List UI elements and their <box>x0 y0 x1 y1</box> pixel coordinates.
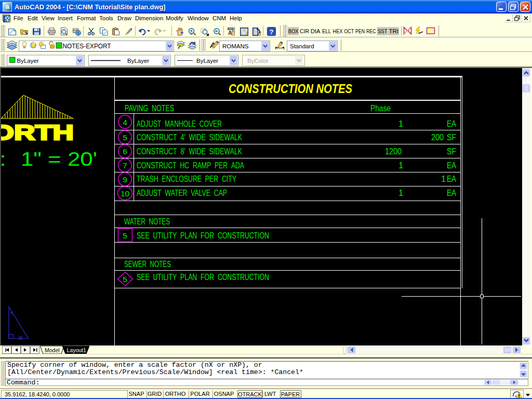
svg-text:5: 5 <box>123 275 127 284</box>
svg-text:ByLayer: ByLayer <box>196 58 218 64</box>
svg-text:CONSTRUCT 8' WIDE SIDEWALK: CONSTRUCT 8' WIDE SIDEWALK <box>137 147 242 156</box>
svg-text:ByColor: ByColor <box>247 58 269 64</box>
svg-text:10: 10 <box>121 189 130 198</box>
svg-text:TRI: TRI <box>389 28 399 34</box>
svg-text:BOX: BOX <box>288 28 299 34</box>
svg-text:SF: SF <box>447 132 456 142</box>
svg-text:E:: E: <box>1 149 6 170</box>
svg-text:?: ? <box>270 28 274 36</box>
svg-text:NOTES-EXPORT: NOTES-EXPORT <box>63 43 112 50</box>
svg-text:PEN: PEN <box>355 28 365 34</box>
svg-text:EA: EA <box>447 174 456 183</box>
svg-text:Layout1: Layout1 <box>67 347 87 353</box>
svg-text:EA: EA <box>447 188 456 197</box>
svg-text:ByLayer: ByLayer <box>127 58 149 64</box>
svg-text:OCT: OCT <box>344 28 354 34</box>
svg-text:Standard: Standard <box>290 43 314 49</box>
svg-text:SF: SF <box>447 147 456 156</box>
svg-text:ADJUST MANHOLE COVER: ADJUST MANHOLE COVER <box>137 119 222 128</box>
svg-text:6: 6 <box>123 147 127 156</box>
svg-text:1: 1 <box>398 161 403 170</box>
svg-text:9: 9 <box>123 175 127 184</box>
svg-text:EA: EA <box>447 161 456 170</box>
svg-text:1: 1 <box>441 174 446 183</box>
svg-text:ByLayer: ByLayer <box>17 58 39 64</box>
svg-text:Model: Model <box>45 347 60 353</box>
svg-text:ADJUST WATER VALVE CAP: ADJUST WATER VALVE CAP <box>137 188 227 197</box>
svg-text:7: 7 <box>123 161 127 170</box>
svg-text:Phase: Phase <box>370 103 391 113</box>
svg-text:EA: EA <box>447 119 456 128</box>
svg-text:5: 5 <box>123 133 127 142</box>
svg-text:HEX: HEX <box>333 28 343 34</box>
svg-text:SEE UTILITY PLAN FOR CONST: SEE UTILITY PLAN FOR CONSTRUCTION <box>137 272 269 282</box>
svg-text:1: 1 <box>398 188 403 197</box>
svg-text:PAVING NOTES: PAVING NOTES <box>125 103 174 113</box>
svg-text:CONSTRUCTION NOTES: CONSTRUCTION NOTES <box>229 82 352 96</box>
svg-text:ELL: ELL <box>322 28 331 34</box>
svg-text:CIR: CIR <box>300 28 309 34</box>
svg-text:1" = 20': 1" = 20' <box>21 149 97 170</box>
svg-text:CONSTRUCT HC RAMP PER ADA: CONSTRUCT HC RAMP PER ADA <box>137 161 244 170</box>
svg-text:DIA: DIA <box>311 28 321 34</box>
svg-text:TRASH ENCLOSURE PER CITY: TRASH ENCLOSURE PER CITY <box>137 174 236 183</box>
svg-text:1200: 1200 <box>385 147 402 156</box>
svg-text:NORTH: NORTH <box>1 121 74 144</box>
svg-text:REC: REC <box>366 28 376 34</box>
svg-text:4: 4 <box>123 118 127 127</box>
svg-text:5: 5 <box>123 231 127 240</box>
svg-text:CONSTRUCT 4' WIDE SIDEWALK: CONSTRUCT 4' WIDE SIDEWALK <box>137 132 242 142</box>
svg-text:200: 200 <box>431 132 444 142</box>
svg-text:ROMANS: ROMANS <box>222 43 249 49</box>
svg-text:1: 1 <box>398 119 403 128</box>
svg-text:A: A <box>228 30 232 36</box>
svg-text:SST: SST <box>378 28 388 34</box>
svg-text:SEWER NOTES: SEWER NOTES <box>124 259 171 269</box>
svg-text:WATER NOTES: WATER NOTES <box>124 217 170 226</box>
svg-text:SEE UTILITY PLAN FOR CONST: SEE UTILITY PLAN FOR CONSTRUCTION <box>137 231 269 240</box>
